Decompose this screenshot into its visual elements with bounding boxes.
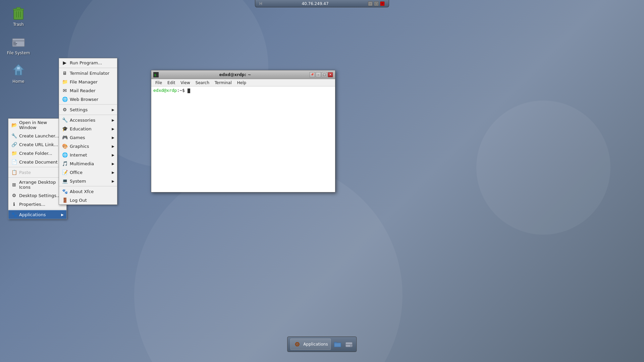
system-icon: 💻 bbox=[62, 178, 68, 184]
submenu-multimedia[interactable]: 🎵 Multimedia ▶ bbox=[59, 159, 117, 168]
svg-text:$: $ bbox=[154, 73, 156, 77]
create-launcher-icon: 🔧 bbox=[11, 133, 17, 139]
create-doc-icon: 📄 bbox=[11, 159, 17, 165]
terminal-window: $ edxd@xrdp: ~ 📌 – □ ✕ File Edit View Se… bbox=[151, 70, 335, 192]
filesystem-label: File System bbox=[7, 51, 30, 55]
terminal-cursor bbox=[187, 88, 190, 93]
create-folder-icon: 📁 bbox=[11, 150, 17, 156]
about-xfce-icon: 🐾 bbox=[62, 188, 68, 194]
sep3 bbox=[8, 209, 66, 209]
terminal-window-icon: $ bbox=[153, 72, 159, 77]
mail-reader-icon: ✉ bbox=[62, 87, 68, 94]
accessories-arrow: ▶ bbox=[112, 118, 114, 122]
context-create-url[interactable]: 🔗 Create URL Link... bbox=[8, 140, 66, 149]
terminal-prompt-suffix: :~$ bbox=[177, 88, 184, 93]
submenu-run-program[interactable]: ▶ Run Program... bbox=[59, 58, 117, 67]
taskbar-applications[interactable]: Applications bbox=[290, 339, 331, 350]
svg-rect-21 bbox=[346, 344, 353, 345]
terminal-menu-terminal[interactable]: Terminal bbox=[212, 80, 234, 85]
settings-arrow: ▶ bbox=[112, 108, 114, 112]
submenu-accessories[interactable]: 🔧 Accessories ▶ bbox=[59, 116, 117, 124]
submenu-system[interactable]: 💻 System ▶ bbox=[59, 177, 117, 185]
terminal-menu-edit[interactable]: Edit bbox=[165, 80, 178, 85]
terminal-menubar: File Edit View Search Terminal Help bbox=[151, 79, 335, 86]
submenu-office[interactable]: 📝 Office ▶ bbox=[59, 168, 117, 177]
top-bar-hash: H bbox=[259, 1, 262, 6]
internet-icon: 🌐 bbox=[62, 152, 68, 158]
submenu-mail-reader[interactable]: ✉ Mail Reader bbox=[59, 86, 117, 95]
taskbar-folder[interactable] bbox=[333, 340, 342, 349]
submenu-settings[interactable]: ⚙ Settings ▶ bbox=[59, 105, 117, 114]
terminal-menu-help[interactable]: Help bbox=[234, 80, 249, 85]
sep1 bbox=[8, 167, 66, 167]
filesystem-icon[interactable]: File System bbox=[5, 32, 32, 57]
submenu-graphics[interactable]: 🎨 Graphics ▶ bbox=[59, 142, 117, 150]
home-icon[interactable]: Home bbox=[5, 60, 32, 85]
svg-rect-2 bbox=[16, 7, 20, 9]
context-desktop-settings[interactable]: ⚙ Desktop Settings... bbox=[8, 191, 66, 200]
submenu-log-out[interactable]: 🚪 Log Out bbox=[59, 196, 117, 204]
taskbar: Applications bbox=[287, 337, 357, 352]
submenu-games[interactable]: 🎮 Games ▶ bbox=[59, 133, 117, 142]
terminal-menu-file[interactable]: File bbox=[153, 80, 165, 85]
submenu-file-manager[interactable]: 📁 File Manager bbox=[59, 77, 117, 86]
graphics-icon: 🎨 bbox=[62, 143, 68, 149]
home-label: Home bbox=[12, 79, 24, 84]
context-create-folder[interactable]: 📁 Create Folder... bbox=[8, 149, 66, 158]
top-bar-title: 40.76.249.47 bbox=[265, 1, 365, 6]
top-bar-maximize[interactable]: □ bbox=[374, 1, 379, 6]
context-create-launcher[interactable]: 🔧 Create Launcher... bbox=[8, 131, 66, 140]
games-arrow: ▶ bbox=[112, 136, 114, 139]
submenu-education[interactable]: 🎓 Education ▶ bbox=[59, 124, 117, 133]
submenu-sep1 bbox=[59, 68, 117, 68]
submenu-sep2 bbox=[59, 104, 117, 105]
file-manager-icon: 📁 bbox=[62, 79, 68, 85]
submenu-terminal-emulator[interactable]: 🖥 Terminal Emulator bbox=[59, 69, 117, 77]
svg-point-22 bbox=[351, 345, 352, 347]
office-icon: 📝 bbox=[62, 169, 68, 175]
context-paste: 📋 Paste bbox=[8, 168, 66, 177]
accessories-icon: 🔧 bbox=[62, 117, 68, 123]
web-browser-icon: 🌐 bbox=[62, 96, 68, 102]
applications-arrow: ▶ bbox=[61, 213, 64, 217]
context-applications[interactable]: 🐾 Applications ▶ bbox=[8, 210, 66, 219]
context-properties[interactable]: ℹ Properties... bbox=[8, 200, 66, 208]
top-bar-minimize[interactable]: – bbox=[368, 1, 373, 6]
submenu-internet[interactable]: 🌐 Internet ▶ bbox=[59, 150, 117, 159]
terminal-titlebar: $ edxd@xrdp: ~ 📌 – □ ✕ bbox=[151, 70, 335, 79]
context-open-new-window[interactable]: 📂 Open in New Window bbox=[8, 119, 66, 131]
taskbar-app-icon bbox=[293, 340, 301, 348]
terminal-controls: 📌 – □ ✕ bbox=[310, 72, 333, 77]
applications-icon: 🐾 bbox=[11, 212, 17, 218]
office-arrow: ▶ bbox=[112, 171, 114, 174]
top-bar-close[interactable]: ✕ bbox=[380, 1, 385, 6]
svg-rect-9 bbox=[13, 43, 17, 44]
multimedia-icon: 🎵 bbox=[62, 161, 68, 167]
education-icon: 🎓 bbox=[62, 126, 68, 132]
terminal-menu-search[interactable]: Search bbox=[193, 80, 212, 85]
terminal-body[interactable]: edxd@xrdp:~$ bbox=[151, 86, 335, 192]
system-arrow: ▶ bbox=[112, 179, 114, 183]
trash-icon[interactable]: Trash bbox=[5, 3, 32, 28]
svg-rect-8 bbox=[13, 42, 16, 43]
submenu-about-xfce[interactable]: 🐾 About Xfce bbox=[59, 187, 117, 196]
terminal-minimize-btn[interactable]: – bbox=[316, 72, 321, 77]
terminal-pin-btn[interactable]: 📌 bbox=[310, 72, 315, 77]
taskbar-drive[interactable] bbox=[344, 340, 354, 349]
terminal-close-btn[interactable]: ✕ bbox=[328, 72, 333, 77]
submenu-web-browser[interactable]: 🌐 Web Browser bbox=[59, 95, 117, 104]
svg-rect-12 bbox=[17, 71, 20, 75]
terminal-emulator-icon: 🖥 bbox=[62, 70, 68, 76]
context-arrange-icons[interactable]: ⊞ Arrange Desktop Icons bbox=[8, 178, 66, 191]
trash-label: Trash bbox=[13, 22, 24, 27]
terminal-prompt: edxd@xrdp bbox=[153, 88, 177, 93]
games-icon: 🎮 bbox=[62, 134, 68, 140]
terminal-maximize-btn[interactable]: □ bbox=[322, 72, 327, 77]
top-bar: H 40.76.249.47 – □ ✕ bbox=[255, 0, 389, 7]
context-create-document[interactable]: 📄 Create Document ▶ bbox=[8, 158, 66, 166]
submenu-sep4 bbox=[59, 186, 117, 186]
terminal-menu-view[interactable]: View bbox=[178, 80, 193, 85]
create-url-icon: 🔗 bbox=[11, 141, 17, 147]
multimedia-arrow: ▶ bbox=[112, 162, 114, 166]
svg-point-19 bbox=[297, 344, 298, 345]
